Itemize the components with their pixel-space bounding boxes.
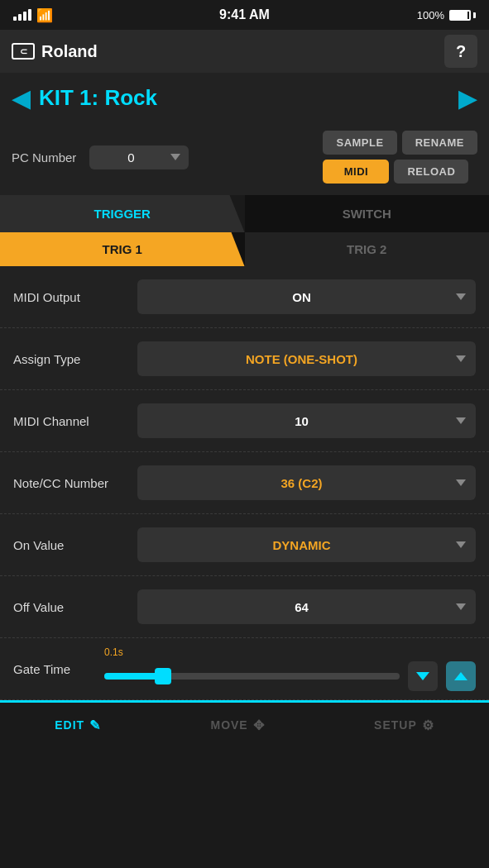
gate-time-slider[interactable] [104,673,400,680]
off-value-dropdown[interactable]: 64 [137,589,476,624]
arrow-down-icon [416,672,429,680]
settings-container: MIDI Output ON Assign Type NOTE (ONE-SHO… [0,266,489,700]
midi-output-dropdown[interactable]: ON [137,279,476,314]
roland-logo: ⊂ Roland [12,42,98,61]
midi-channel-label: MIDI Channel [13,414,129,428]
off-value-arrow-icon [456,603,466,610]
setup-icon: ⚙ [422,718,434,733]
note-cc-label: Note/CC Number [13,476,129,490]
main-tabs: TRIGGER SWITCH [0,195,489,232]
move-icon: ✥ [253,718,265,733]
note-cc-dropdown[interactable]: 36 (C2) [137,465,476,500]
assign-type-dropdown[interactable]: NOTE (ONE-SHOT) [137,341,476,376]
arrow-up-icon [454,672,467,680]
off-value-value: 64 [147,600,456,614]
sample-button[interactable]: SAMPLE [323,131,396,155]
gate-time-decrement-button[interactable] [408,661,438,691]
assign-type-value: NOTE (ONE-SHOT) [147,352,456,366]
signal-icon [13,9,31,21]
pc-number-dropdown[interactable]: 0 [89,145,189,169]
gate-time-row: Gate Time 0.1s [0,638,489,700]
controls-row: PC Number 0 SAMPLE RENAME MIDI RELOAD [0,122,489,195]
pc-value: 0 [98,150,164,165]
assign-type-label: Assign Type [13,352,129,366]
pc-label: PC Number [12,150,76,165]
edit-label: EDIT [55,718,84,732]
app-header: ⊂ Roland ? [0,30,489,73]
midi-button[interactable]: MIDI [323,160,389,184]
off-value-label: Off Value [13,600,129,614]
on-value-row: On Value DYNAMIC [0,514,489,576]
trig-tabs: TRIG 1 TRIG 2 [0,232,489,266]
on-value-label: On Value [13,538,129,552]
kit-title: KIT 1: Rock [39,85,157,111]
midi-output-arrow-icon [456,293,466,300]
trig1-tab[interactable]: TRIG 1 [0,232,245,266]
battery-area: 100% [417,9,476,21]
setup-label: SETUP [374,718,417,732]
tab-trigger[interactable]: TRIGGER [0,195,245,232]
bottom-nav: EDIT ✎ MOVE ✥ SETUP ⚙ [0,703,489,752]
assign-type-row: Assign Type NOTE (ONE-SHOT) [0,328,489,390]
battery-icon [449,10,476,21]
midi-output-label: MIDI Output [13,290,129,304]
note-cc-row: Note/CC Number 36 (C2) [0,452,489,514]
battery-pct: 100% [417,9,444,21]
off-value-row: Off Value 64 [0,576,489,638]
gate-time-label: Gate Time [13,662,96,676]
gate-time-value: 0.1s [104,646,476,658]
kit-prev-button[interactable]: ◀ [12,83,31,112]
midi-channel-dropdown[interactable]: 10 [137,403,476,438]
nav-move[interactable]: MOVE ✥ [210,718,264,733]
midi-output-value: ON [147,290,456,304]
midi-output-row: MIDI Output ON [0,266,489,328]
status-time: 9:41 AM [219,7,270,22]
kit-next-button[interactable]: ▶ [458,83,477,112]
status-bar: 📶 9:41 AM 100% [0,0,489,30]
gate-time-controls: 0.1s [104,646,476,691]
nav-setup[interactable]: SETUP ⚙ [374,718,434,733]
wifi-icon: 📶 [36,7,53,23]
help-button[interactable]: ? [444,35,477,68]
edit-icon: ✎ [89,718,101,733]
pc-dropdown-arrow-icon [170,154,180,160]
action-buttons: SAMPLE RENAME MIDI RELOAD [323,131,477,184]
tab-switch[interactable]: SWITCH [245,195,490,232]
gate-time-increment-button[interactable] [446,661,476,691]
midi-channel-value: 10 [147,414,456,428]
on-value-value: DYNAMIC [147,538,456,552]
note-cc-arrow-icon [456,479,466,486]
move-label: MOVE [210,718,247,732]
trig2-tab[interactable]: TRIG 2 [245,232,490,266]
reload-button[interactable]: RELOAD [394,160,468,184]
gate-time-slider-row [104,661,476,691]
assign-type-arrow-icon [456,355,466,362]
rename-button[interactable]: RENAME [402,131,477,155]
note-cc-value: 36 (C2) [147,476,456,490]
signal-area: 📶 [13,7,53,23]
logo-text: Roland [41,42,98,61]
on-value-arrow-icon [456,541,466,548]
kit-nav: ◀ KIT 1: Rock ▶ [0,73,489,122]
logo-icon: ⊂ [12,43,35,60]
slider-thumb[interactable] [155,668,171,684]
nav-edit[interactable]: EDIT ✎ [55,718,101,733]
midi-channel-arrow-icon [456,417,466,424]
on-value-dropdown[interactable]: DYNAMIC [137,527,476,562]
midi-channel-row: MIDI Channel 10 [0,390,489,452]
